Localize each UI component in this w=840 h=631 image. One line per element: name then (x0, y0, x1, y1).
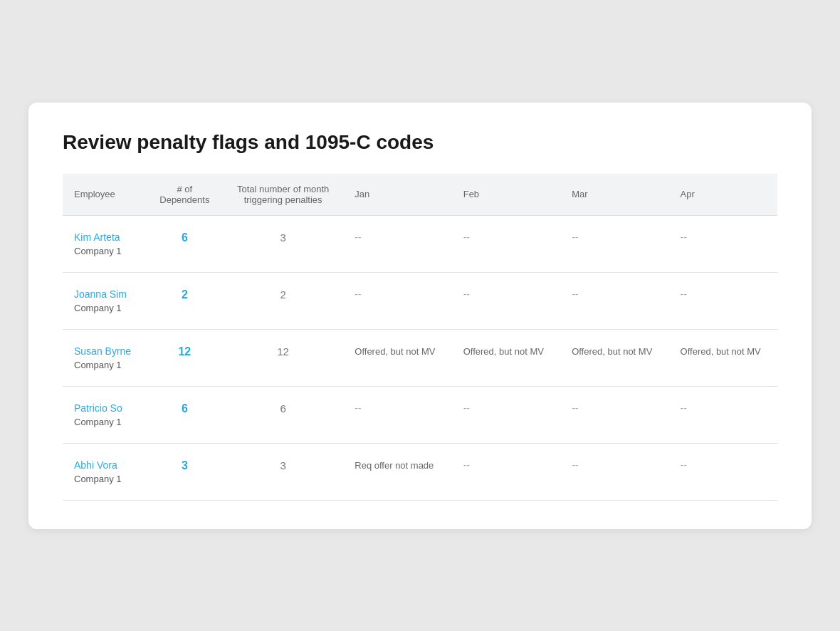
employee-company: Company 1 (74, 417, 121, 427)
mar-cell: -- (560, 272, 668, 329)
dependents-cell: 2 (147, 272, 223, 329)
dependents-cell: 3 (147, 443, 223, 500)
apr-cell: -- (669, 443, 777, 500)
employee-name[interactable]: Joanna Sim (74, 288, 135, 300)
mar-cell: Offered, but not MV (560, 329, 668, 386)
mar-cell: -- (560, 215, 668, 272)
employee-name[interactable]: Kim Arteta (74, 231, 135, 243)
employee-company: Company 1 (74, 360, 121, 370)
employee-company: Company 1 (74, 474, 121, 484)
apr-dash: -- (681, 459, 687, 471)
employee-name[interactable]: Abhi Vora (74, 459, 135, 471)
feb-value: Offered, but not MV (463, 346, 544, 357)
total-months-cell: 3 (223, 443, 343, 500)
jan-dash: -- (355, 288, 361, 300)
employee-company: Company 1 (74, 246, 121, 256)
table-row: Susan Byrne Company 1 1212Offered, but n… (63, 329, 777, 386)
feb-cell: Offered, but not MV (452, 329, 560, 386)
mar-value: Offered, but not MV (572, 346, 652, 357)
page-title: Review penalty flags and 1095-C codes (63, 131, 777, 154)
feb-dash: -- (463, 288, 470, 300)
main-card: Review penalty flags and 1095-C codes Em… (28, 103, 812, 529)
table-row: Joanna Sim Company 1 22-------- (63, 272, 777, 329)
jan-dash: -- (355, 231, 361, 243)
total-months-cell: 6 (223, 386, 343, 443)
employee-cell: Kim Arteta Company 1 (63, 215, 147, 272)
total-months-cell: 12 (223, 329, 343, 386)
jan-value: Req offer not made (355, 460, 434, 471)
jan-cell: Req offer not made (343, 443, 451, 500)
employee-company: Company 1 (74, 303, 121, 313)
mar-dash: -- (572, 231, 578, 243)
mar-cell: -- (560, 443, 668, 500)
feb-dash: -- (463, 459, 470, 471)
feb-cell: -- (452, 386, 560, 443)
employee-name[interactable]: Patricio So (74, 402, 135, 414)
feb-cell: -- (452, 443, 560, 500)
feb-dash: -- (463, 402, 470, 414)
table-row: Kim Arteta Company 1 63-------- (63, 215, 777, 272)
apr-cell: -- (669, 215, 777, 272)
jan-cell: Offered, but not MV (343, 329, 451, 386)
table-row: Abhi Vora Company 1 33Req offer not made… (63, 443, 777, 500)
col-header-dependents: # ofDependents (147, 174, 223, 216)
feb-cell: -- (452, 215, 560, 272)
mar-dash: -- (572, 288, 578, 300)
dependents-cell: 6 (147, 215, 223, 272)
jan-cell: -- (343, 215, 451, 272)
jan-cell: -- (343, 272, 451, 329)
jan-cell: -- (343, 386, 451, 443)
employee-cell: Susan Byrne Company 1 (63, 329, 147, 386)
employee-cell: Patricio So Company 1 (63, 386, 147, 443)
col-header-apr: Apr (669, 174, 777, 216)
apr-value: Offered, but not MV (681, 346, 761, 357)
mar-dash: -- (572, 459, 578, 471)
apr-dash: -- (681, 402, 687, 414)
mar-dash: -- (572, 402, 578, 414)
feb-cell: -- (452, 272, 560, 329)
jan-dash: -- (355, 402, 361, 414)
jan-value: Offered, but not MV (355, 346, 435, 357)
col-header-feb: Feb (452, 174, 560, 216)
employee-cell: Abhi Vora Company 1 (63, 443, 147, 500)
total-months-cell: 3 (223, 215, 343, 272)
employee-cell: Joanna Sim Company 1 (63, 272, 147, 329)
apr-cell: -- (669, 386, 777, 443)
col-header-employee: Employee (63, 174, 147, 216)
apr-cell: Offered, but not MV (669, 329, 777, 386)
dependents-cell: 6 (147, 386, 223, 443)
apr-cell: -- (669, 272, 777, 329)
col-header-total-months: Total number of monthtriggering penaltie… (223, 174, 343, 216)
mar-cell: -- (560, 386, 668, 443)
dependents-cell: 12 (147, 329, 223, 386)
col-header-mar: Mar (560, 174, 668, 216)
table-row: Patricio So Company 1 66-------- (63, 386, 777, 443)
employee-name[interactable]: Susan Byrne (74, 345, 135, 357)
col-header-jan: Jan (343, 174, 451, 216)
feb-dash: -- (463, 231, 470, 243)
penalty-table: Employee # ofDependents Total number of … (63, 174, 777, 501)
apr-dash: -- (681, 231, 687, 243)
total-months-cell: 2 (223, 272, 343, 329)
table-header-row: Employee # ofDependents Total number of … (63, 174, 777, 216)
apr-dash: -- (681, 288, 687, 300)
